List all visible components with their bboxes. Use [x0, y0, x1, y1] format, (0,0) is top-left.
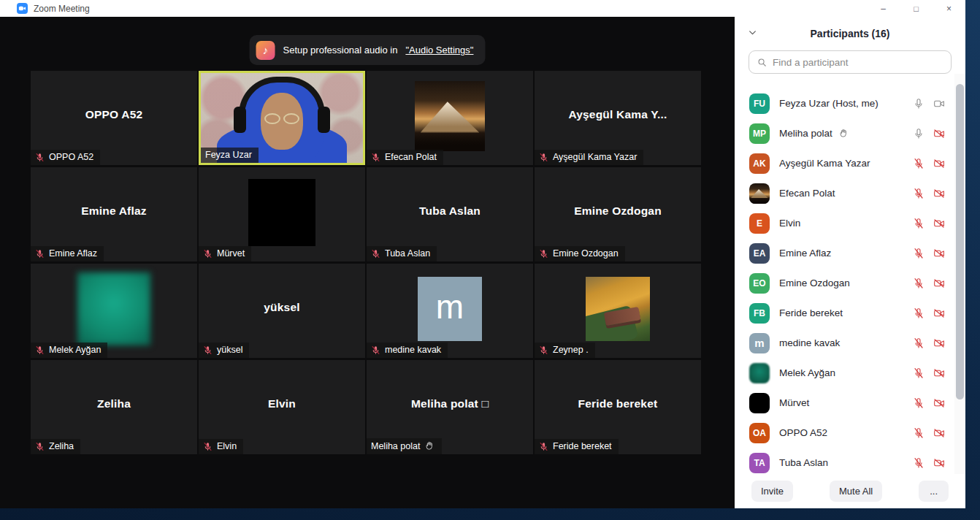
participant-row[interactable]: Melek Ayğan — [735, 358, 954, 388]
mic-muted-icon[interactable] — [913, 188, 925, 199]
participant-row[interactable]: MPMeliha polat — [735, 118, 954, 148]
tile-name-label: Melek Ayğan — [31, 343, 107, 358]
video-area: ♪ Setup professional audio in "Audio Set… — [0, 17, 735, 508]
video-tile[interactable]: yükselyüksel — [199, 264, 365, 358]
video-tile[interactable]: Efecan Polat — [367, 71, 533, 165]
video-tile[interactable]: Meliha polat □Meliha polat — [367, 360, 533, 454]
camera-off-icon[interactable] — [933, 337, 946, 349]
participant-row[interactable]: EAEmine Aflaz — [735, 238, 954, 268]
mic-muted-icon[interactable] — [913, 307, 925, 319]
video-tile[interactable]: ZelihaZeliha — [31, 360, 197, 454]
participant-row[interactable]: EOEmine Ozdogan — [735, 268, 954, 298]
video-tile[interactable]: Zeynep . — [535, 264, 701, 358]
participant-search[interactable] — [749, 50, 952, 74]
tile-label-text: Feyza Uzar — [205, 150, 252, 160]
participant-status-icons — [913, 427, 946, 439]
camera-off-icon[interactable] — [933, 278, 946, 289]
mute-all-button[interactable]: Mute All — [830, 481, 882, 502]
mic-muted-icon[interactable] — [913, 397, 925, 409]
participant-avatar: AK — [749, 153, 770, 174]
video-tile[interactable]: Feride bereketFeride bereket — [535, 360, 701, 454]
mic-on-icon[interactable] — [913, 128, 925, 139]
participant-row[interactable]: Mürvet — [735, 388, 954, 418]
tile-label-text: Tuba Aslan — [385, 248, 430, 259]
mic-on-icon[interactable] — [913, 98, 925, 110]
video-tile[interactable]: ElvinElvin — [199, 360, 365, 454]
camera-off-icon[interactable] — [933, 218, 946, 229]
participant-avatar: TA — [749, 453, 770, 473]
minimize-button[interactable]: – — [867, 0, 900, 17]
participant-row[interactable]: OAOPPO A52 — [735, 418, 954, 448]
participant-name: Elvin — [779, 218, 800, 229]
tile-avatar-wrap — [535, 264, 701, 353]
participant-row[interactable]: FBFeride bereket — [735, 298, 954, 328]
tile-name-label: Emine Aflaz — [31, 246, 104, 261]
participant-status-icons — [913, 278, 946, 289]
participant-name: Emine Ozdogan — [535, 167, 701, 254]
mic-muted-icon[interactable] — [913, 337, 925, 349]
tile-name-label: OPPO A52 — [31, 150, 100, 165]
mic-muted-icon[interactable] — [913, 427, 925, 439]
invite-button[interactable]: Invite — [751, 481, 793, 502]
tile-label-text: Feride bereket — [553, 441, 612, 451]
participant-name: Emine Aflaz — [779, 248, 831, 259]
mic-muted-icon[interactable] — [913, 278, 925, 289]
participants-header: Participants (16) — [735, 17, 965, 50]
tile-name-label: Zeliha — [31, 439, 80, 454]
participant-status-icons — [913, 397, 946, 409]
mic-muted-icon[interactable] — [913, 457, 925, 469]
participant-status-icons — [913, 158, 946, 169]
tile-label-text: OPPO A52 — [49, 152, 93, 162]
camera-on-icon[interactable] — [933, 98, 946, 110]
video-tile[interactable]: Emine OzdoganEmine Ozdogan — [535, 167, 701, 261]
search-icon — [757, 57, 767, 68]
participant-row[interactable]: AKAyşegül Kama Yazar — [735, 148, 954, 178]
more-options-button[interactable]: ... — [919, 481, 949, 502]
camera-off-icon[interactable] — [933, 158, 946, 169]
participant-row[interactable]: TATuba Aslan — [735, 448, 954, 478]
video-tile[interactable]: Mürvet — [199, 167, 365, 261]
camera-off-icon[interactable] — [933, 307, 946, 319]
chevron-down-icon[interactable] — [748, 27, 757, 40]
video-tile[interactable]: Emine AflazEmine Aflaz — [31, 167, 197, 261]
raised-hand-icon — [838, 128, 849, 139]
camera-off-icon[interactable] — [933, 427, 946, 439]
participant-name: Feride bereket — [779, 307, 843, 318]
mic-muted-icon[interactable] — [913, 218, 925, 229]
close-button[interactable]: × — [933, 0, 965, 17]
mic-muted-icon[interactable] — [913, 367, 925, 379]
mic-muted-icon[interactable] — [913, 158, 925, 169]
participant-name: Ayşegül Kama Y... — [535, 71, 701, 158]
maximize-button[interactable]: □ — [900, 0, 933, 17]
scrollbar-thumb[interactable] — [956, 84, 964, 399]
participant-row[interactable]: Efecan Polat — [735, 178, 954, 208]
video-tile[interactable]: Melek Ayğan — [31, 264, 197, 358]
camera-off-icon[interactable] — [933, 188, 946, 199]
video-grid: OPPO A52OPPO A52Feyza UzarEfecan PolatAy… — [31, 71, 701, 454]
camera-off-icon[interactable] — [933, 128, 946, 139]
avatar-image — [749, 183, 770, 204]
mic-muted-icon[interactable] — [913, 248, 925, 259]
tile-label-text: medine kavak — [385, 345, 441, 355]
participant-row[interactable]: mmedine kavak — [735, 328, 954, 358]
video-tile[interactable]: Ayşegül Kama Y...Ayşegül Kama Yazar — [535, 71, 701, 165]
camera-off-icon[interactable] — [933, 367, 946, 379]
participant-avatar: E — [749, 213, 770, 234]
participant-name: Mürvet — [779, 397, 809, 408]
video-tile[interactable]: OPPO A52OPPO A52 — [31, 71, 197, 165]
video-tile[interactable]: mmedine kavak — [367, 264, 533, 358]
participant-status-icons — [913, 188, 946, 199]
camera-off-icon[interactable] — [933, 248, 946, 259]
participant-status-icons — [913, 367, 946, 379]
video-tile[interactable]: Tuba AslanTuba Aslan — [367, 167, 533, 261]
participant-name: medine kavak — [779, 337, 840, 348]
search-input[interactable] — [773, 57, 943, 68]
participants-scrollbar[interactable] — [954, 74, 965, 475]
camera-off-icon[interactable] — [933, 397, 946, 409]
participant-row[interactable]: EElvin — [735, 208, 954, 238]
participant-name: Efecan Polat — [779, 188, 835, 199]
audio-settings-link[interactable]: "Audio Settings" — [405, 45, 473, 56]
participant-row[interactable]: FUFeyza Uzar (Host, me) — [735, 88, 954, 118]
video-tile[interactable]: Feyza Uzar — [199, 71, 365, 165]
camera-off-icon[interactable] — [933, 457, 946, 469]
